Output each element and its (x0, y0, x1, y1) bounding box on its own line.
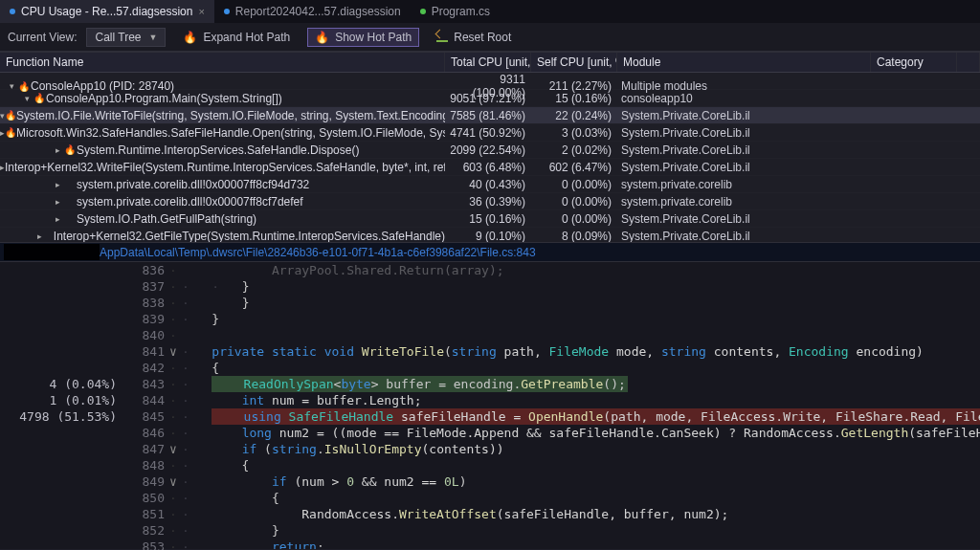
line-number: 838 (124, 295, 165, 311)
tab-report[interactable]: Report2024042...57.diagsession (214, 0, 411, 23)
line-number: 843 (124, 376, 165, 392)
current-view-value: Call Tree (95, 31, 141, 44)
document-tabs: CPU Usage - Re...57.diagsession × Report… (0, 0, 980, 23)
call-tree[interactable]: ▾🔥ConsoleApp10 (PID: 28740)9311 (100.00%… (0, 73, 980, 242)
button-label: Reset Root (454, 31, 511, 44)
cpu-stat (13, 262, 117, 278)
source-path[interactable]: AppData\Local\Temp\.dwsrc\File\28246b36-… (100, 246, 536, 259)
code-line[interactable]: · return; (182, 539, 980, 549)
module-cell: consoleapp10 (617, 92, 871, 105)
fold-guide: · (165, 295, 182, 311)
tab-label: CPU Usage - Re...57.diagsession (21, 5, 192, 18)
line-number: 851 (124, 506, 165, 522)
cpu-stat (13, 327, 117, 343)
tree-expander-icon[interactable]: ▸ (52, 214, 63, 224)
call-tree-row[interactable]: ▸system.private.corelib.dll!0x00007ff8cf… (0, 176, 980, 193)
chevron-down-icon: ▼ (149, 33, 158, 42)
fold-gutter[interactable]: ·····∨·····∨·∨········· (165, 262, 182, 549)
fold-toggle-icon[interactable]: ∨ (165, 343, 182, 360)
column-header: Function Name Total CPU [unit, %]▼ Self … (0, 52, 980, 73)
self-cpu-cell: 22 (0.24%) (531, 109, 617, 122)
tab-program-cs[interactable]: Program.cs (411, 0, 500, 23)
call-tree-row[interactable]: ▾🔥System.IO.File.WriteToFile(string, Sys… (0, 107, 980, 124)
tree-expander-icon[interactable]: ▾ (21, 94, 33, 103)
fold-toggle-icon[interactable]: ∨ (165, 473, 182, 490)
line-number: 840 (124, 327, 165, 343)
fold-guide: · (165, 376, 182, 392)
self-cpu-cell: 2 (0.02%) (531, 143, 617, 157)
cpu-stat (13, 295, 117, 311)
col-total-cpu[interactable]: Total CPU [unit, %]▼ (445, 53, 531, 72)
call-tree-row[interactable]: ▾🔥ConsoleApp10.Program.Main(System.Strin… (0, 90, 980, 107)
code-line[interactable]: · } (182, 295, 980, 311)
call-tree-row[interactable]: ▸🔥System.Runtime.InteropServices.SafeHan… (0, 142, 980, 159)
self-cpu-cell: 0 (0.00%) (531, 195, 617, 209)
call-tree-row[interactable]: ▸System.IO.Path.GetFullPath(string)15 (0… (0, 210, 980, 228)
call-tree-row[interactable]: ▸Interop+Kernel32.WriteFile(System.Runti… (0, 159, 980, 176)
total-cpu-cell: 2099 (22.54%) (445, 143, 531, 157)
call-tree-row[interactable]: ▸system.private.corelib.dll!0x00007ff8cf… (0, 193, 980, 210)
cpu-stat (13, 506, 117, 522)
tree-expander-icon[interactable]: ▸ (52, 197, 63, 207)
path-redacted (4, 244, 100, 260)
button-label: Expand Hot Path (203, 31, 290, 44)
col-self-cpu[interactable]: Self CPU [unit, %] (531, 53, 617, 72)
cpu-stat: 4 (0.04%) (13, 376, 117, 392)
code-line[interactable]: · } (182, 311, 980, 327)
code-line[interactable]: · if (num > 0 && num2 == 0L) (182, 473, 980, 490)
code-line[interactable]: · using SafeFileHandle safeFileHandle = … (182, 408, 980, 425)
close-icon[interactable]: × (198, 6, 204, 17)
function-name-text: Microsoft.Win32.SafeHandles.SafeFileHand… (16, 126, 445, 140)
line-number: 836 (124, 262, 165, 278)
breakpoint-gutter[interactable] (0, 262, 13, 549)
fold-guide: · (165, 522, 182, 539)
expand-hot-path-button[interactable]: 🔥 Expand Hot Path (175, 28, 298, 47)
code-line[interactable]: · { (182, 457, 980, 473)
call-tree-row[interactable]: ▸Interop+Kernel32.GetFileType(System.Run… (0, 228, 980, 242)
source-code-view[interactable]: 4 (0.04%)1 (0.01%)4798 (51.53%)4 (0.04%)… (0, 262, 980, 549)
function-name-text: System.Runtime.InteropServices.SafeHandl… (77, 143, 359, 157)
fold-toggle-icon[interactable]: ∨ (165, 441, 182, 457)
cpu-stat (13, 490, 117, 506)
code-line[interactable]: · long num2 = ((mode == FileMode.Append … (182, 425, 980, 441)
fold-guide: · (165, 278, 182, 295)
code-line[interactable]: · int num = buffer.Length; (182, 392, 980, 408)
code-line[interactable] (182, 327, 980, 343)
show-hot-path-button[interactable]: 🔥 Show Hot Path (307, 28, 419, 47)
call-tree-row[interactable]: ▾🔥ConsoleApp10 (PID: 28740)9311 (100.00%… (0, 73, 980, 90)
code-line[interactable]: · { (182, 490, 980, 506)
tree-expander-icon[interactable]: ▸ (52, 145, 63, 155)
cpu-stat (13, 311, 117, 327)
code-line[interactable]: · { (182, 360, 980, 376)
function-name-text: system.private.corelib.dll!0x00007ff8cf9… (77, 178, 309, 191)
col-spacer (957, 53, 980, 72)
tree-expander-icon[interactable]: ▸ (36, 231, 44, 241)
self-cpu-cell: 602 (6.47%) (531, 161, 617, 174)
flame-icon: 🔥 (315, 31, 329, 44)
reset-root-button[interactable]: Reset Root (429, 28, 519, 47)
tree-expander-icon[interactable]: ▸ (52, 180, 63, 189)
code-line[interactable]: · RandomAccess.WriteAtOffset(safeFileHan… (182, 506, 980, 522)
code-line[interactable]: · ReadOnlySpan<byte> buffer = encoding.G… (182, 376, 980, 392)
tree-expander-icon[interactable]: ▾ (6, 81, 17, 91)
fold-guide: · (165, 425, 182, 441)
current-view-select[interactable]: Call Tree ▼ (86, 28, 166, 47)
code-content[interactable]: ArrayPool.Shared.Return(array);· · }· }·… (182, 262, 980, 549)
line-number: 837 (124, 278, 165, 295)
col-category[interactable]: Category (871, 53, 957, 72)
module-cell: system.private.corelib (617, 195, 871, 209)
tab-cpu-usage[interactable]: CPU Usage - Re...57.diagsession × (0, 0, 214, 23)
code-line[interactable]: · private static void WriteToFile(string… (182, 343, 980, 360)
line-number: 841 (124, 343, 165, 360)
code-line[interactable]: · } (182, 522, 980, 539)
code-line[interactable]: · · } (182, 278, 980, 295)
code-line[interactable]: ArrayPool.Shared.Return(array); (182, 262, 980, 278)
line-number: 845 (124, 408, 165, 425)
flame-icon: 🔥 (5, 110, 16, 121)
function-name-text: System.IO.File.WriteToFile(string, Syste… (16, 109, 445, 122)
code-line[interactable]: · if (string.IsNullOrEmpty(contents)) (182, 441, 980, 457)
col-module[interactable]: Module (617, 53, 871, 72)
col-function-name[interactable]: Function Name (0, 53, 445, 72)
cpu-stat: 1 (0.01%) (13, 392, 117, 408)
call-tree-row[interactable]: ▸🔥Microsoft.Win32.SafeHandles.SafeFileHa… (0, 124, 980, 142)
